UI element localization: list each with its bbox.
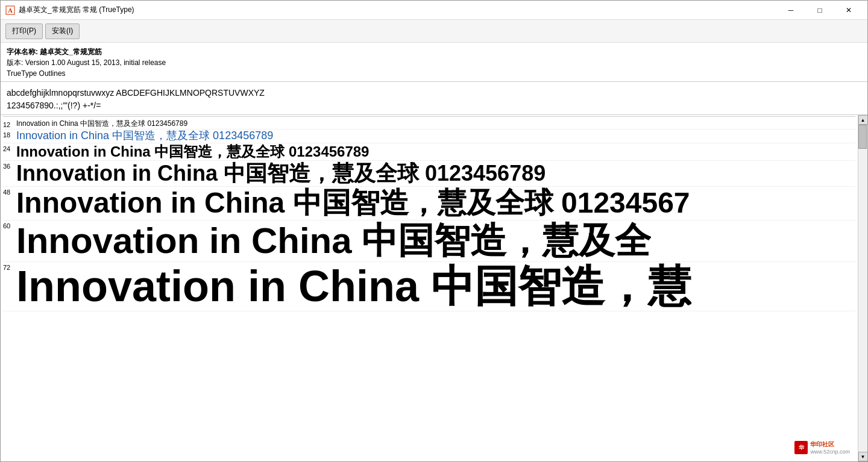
- character-display: abcdefghijklmnopqrstuvwxyz ABCDEFGHIJKLM…: [1, 82, 867, 115]
- maximize-button[interactable]: □: [806, 2, 834, 19]
- scroll-thumb[interactable]: [858, 125, 867, 149]
- sample-text: Innovation in China 中国智造，慧及全球 0123456789: [16, 144, 369, 160]
- font-type: TrueType Outlines: [7, 68, 861, 79]
- install-button[interactable]: 安装(I): [45, 23, 80, 39]
- sample-text: Innovation in China 中国智造，慧及全球 01234567: [16, 187, 690, 219]
- sample-text: Innovation in China 中国智造，慧: [16, 263, 691, 310]
- main-window: A 越卓英文_常规宽筋 常规 (TrueType) ─ □ ✕ 打印(P) 安装…: [0, 0, 868, 462]
- watermark: 华华印社区www.52cnp.com: [794, 440, 850, 455]
- sample-text: Innovation in China 中国智造，慧及全球 0123456789: [16, 120, 187, 128]
- sample-row: 60Innovation in China 中国智造，慧及全: [3, 220, 855, 262]
- sample-size-label: 18: [3, 130, 16, 139]
- sample-size-label: 48: [3, 187, 16, 196]
- close-button[interactable]: ✕: [835, 2, 863, 19]
- font-info: 字体名称: 越卓英文_常规宽筋 版本: Version 1.00 August …: [1, 43, 867, 82]
- window-controls: ─ □ ✕: [777, 2, 863, 19]
- title-bar: A 越卓英文_常规宽筋 常规 (TrueType) ─ □ ✕: [1, 1, 867, 20]
- alphabet-row: abcdefghijklmnopqrstuvwxyz ABCDEFGHIJKLM…: [7, 87, 861, 99]
- scroll-up-button[interactable]: ▲: [858, 115, 868, 125]
- app-icon: A: [5, 5, 15, 15]
- scrollbar[interactable]: ▲ ▼: [858, 115, 867, 461]
- toolbar: 打印(P) 安装(I): [1, 20, 867, 43]
- scroll-track[interactable]: [858, 125, 867, 452]
- sample-section: 12Innovation in China 中国智造，慧及全球 01234567…: [1, 115, 867, 461]
- sample-row: 24Innovation in China 中国智造，慧及全球 01234567…: [3, 143, 855, 161]
- minimize-button[interactable]: ─: [777, 2, 805, 19]
- title-bar-left: A 越卓英文_常规宽筋 常规 (TrueType): [5, 5, 134, 15]
- print-button[interactable]: 打印(P): [5, 23, 43, 39]
- sample-size-label: 24: [3, 144, 16, 152]
- window-title: 越卓英文_常规宽筋 常规 (TrueType): [19, 5, 134, 15]
- sample-row: 12Innovation in China 中国智造，慧及全球 01234567…: [3, 119, 855, 130]
- sample-row: 72Innovation in China 中国智造，慧: [3, 262, 855, 311]
- sample-size-label: 72: [3, 263, 16, 271]
- sample-text: Innovation in China 中国智造，慧及全球 0123456789: [16, 130, 273, 142]
- font-name: 字体名称: 越卓英文_常规宽筋: [7, 46, 861, 57]
- sample-size-label: 12: [3, 120, 16, 128]
- sample-row: 18Innovation in China 中国智造，慧及全球 01234567…: [3, 130, 855, 143]
- sample-text: Innovation in China 中国智造，慧及全: [16, 221, 651, 261]
- watermark-text: 华印社区www.52cnp.com: [810, 440, 850, 455]
- sample-size-label: 60: [3, 221, 16, 229]
- sample-row: 48Innovation in China 中国智造，慧及全球 01234567: [3, 187, 855, 220]
- numbers-row: 1234567890.:,;'"(!?) +-*/=: [7, 99, 861, 112]
- sample-content: 12Innovation in China 中国智造，慧及全球 01234567…: [1, 115, 858, 461]
- sample-row: 36Innovation in China 中国智造，慧及全球 01234567…: [3, 161, 855, 187]
- watermark-icon: 华: [794, 441, 808, 454]
- sample-size-label: 36: [3, 161, 16, 170]
- scroll-down-button[interactable]: ▼: [858, 452, 868, 461]
- sample-text: Innovation in China 中国智造，慧及全球 0123456789: [16, 161, 546, 186]
- svg-text:A: A: [8, 7, 13, 14]
- font-version: 版本: Version 1.00 August 15, 2013, initia…: [7, 57, 861, 68]
